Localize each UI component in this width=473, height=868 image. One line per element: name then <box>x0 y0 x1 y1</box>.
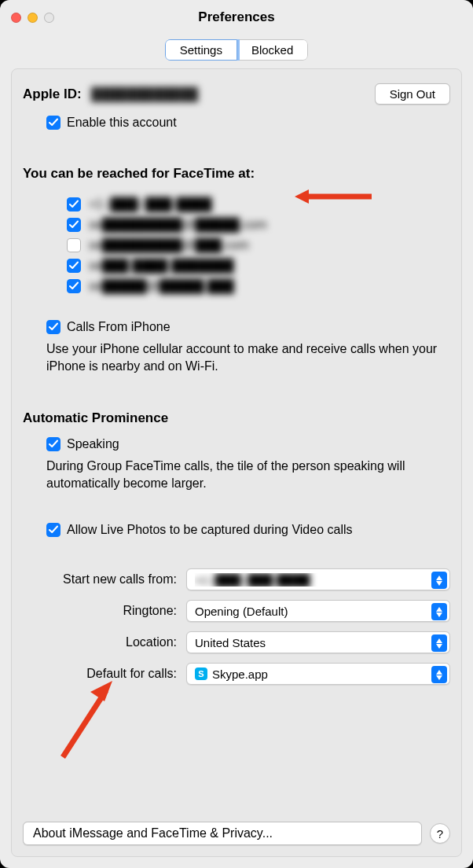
speaking-label: Speaking <box>67 437 119 451</box>
contact-checkbox[interactable] <box>67 259 81 273</box>
contact-value: +1 (███) ███-████ <box>89 197 211 211</box>
start-from-select[interactable]: +1 (███) ███-████ <box>186 568 450 590</box>
chevron-updown-icon <box>431 603 447 620</box>
about-privacy-button[interactable]: About iMessage and FaceTime & Privacy... <box>23 822 422 845</box>
contact-row: se█████████@█████.com <box>67 218 450 232</box>
auto-prominence-heading: Automatic Prominence <box>23 410 450 426</box>
titlebar: Preferences <box>0 0 473 35</box>
contact-row: se█████████@███.com <box>67 238 450 252</box>
help-button[interactable]: ? <box>430 823 450 844</box>
settings-pane: Apple ID: ████████████ Sign Out Enable t… <box>11 68 462 857</box>
apple-id-label: Apple ID: <box>23 86 82 101</box>
reach-heading: You can be reached for FaceTime at: <box>23 166 450 182</box>
annotation-arrow-icon <box>51 675 122 764</box>
contact-row: se███ ████ ███████ <box>67 259 450 273</box>
ringtone-value: Opening (Default) <box>195 605 445 618</box>
tab-bar: Settings Blocked <box>0 35 473 68</box>
contact-checkbox[interactable] <box>67 238 81 252</box>
calls-from-iphone-checkbox[interactable] <box>46 320 60 334</box>
location-label: Location: <box>23 635 186 649</box>
chevron-updown-icon <box>431 634 447 652</box>
tab-blocked[interactable]: Blocked <box>237 39 308 61</box>
speaking-checkbox[interactable] <box>46 437 60 451</box>
auto-prominence-desc: During Group FaceTime calls, the tile of… <box>46 458 442 491</box>
chevron-updown-icon <box>431 666 447 683</box>
calls-from-iphone-label: Calls From iPhone <box>67 320 170 334</box>
contact-checkbox[interactable] <box>67 218 81 232</box>
contact-row: se█████@█████.███ <box>67 279 450 293</box>
contact-value: se█████████@█████.com <box>89 218 267 232</box>
ringtone-label: Ringtone: <box>23 604 186 618</box>
start-from-value: +1 (███) ███-████ <box>195 573 310 587</box>
contact-checkbox[interactable] <box>67 279 81 293</box>
contact-value: se███ ████ ███████ <box>89 259 234 273</box>
apple-id-row: Apple ID: ████████████ Sign Out <box>23 83 450 105</box>
default-calls-label: Default for calls: <box>23 667 186 681</box>
preferences-window: Preferences Settings Blocked Apple ID: █… <box>0 0 473 868</box>
contact-checkbox[interactable] <box>67 197 81 211</box>
start-from-label: Start new calls from: <box>23 572 186 587</box>
chevron-updown-icon <box>431 572 447 589</box>
live-photos-label: Allow Live Photos to be captured during … <box>67 523 352 537</box>
apple-id-value: ████████████ <box>91 87 198 101</box>
calls-from-iphone-desc: Use your iPhone cellular account to make… <box>46 340 442 374</box>
default-calls-select[interactable]: S Skype.app <box>186 663 450 685</box>
tab-settings[interactable]: Settings <box>165 39 237 61</box>
contact-value: se█████@█████.███ <box>89 279 234 293</box>
enable-account-checkbox[interactable] <box>46 116 60 130</box>
contact-list: +1 (███) ███-████ se█████████@█████.com … <box>67 197 450 293</box>
default-calls-value: Skype.app <box>212 668 268 681</box>
enable-account-label: Enable this account <box>67 116 177 130</box>
location-value: United States <box>195 636 445 649</box>
contact-row: +1 (███) ███-████ <box>67 197 450 211</box>
live-photos-checkbox[interactable] <box>46 523 60 537</box>
contact-value: se█████████@███.com <box>89 238 249 252</box>
sign-out-button[interactable]: Sign Out <box>375 83 450 105</box>
svg-line-2 <box>63 690 106 757</box>
ringtone-select[interactable]: Opening (Default) <box>186 600 450 622</box>
window-title: Preferences <box>0 9 473 25</box>
location-select[interactable]: United States <box>186 631 450 653</box>
skype-icon: S <box>195 668 207 680</box>
